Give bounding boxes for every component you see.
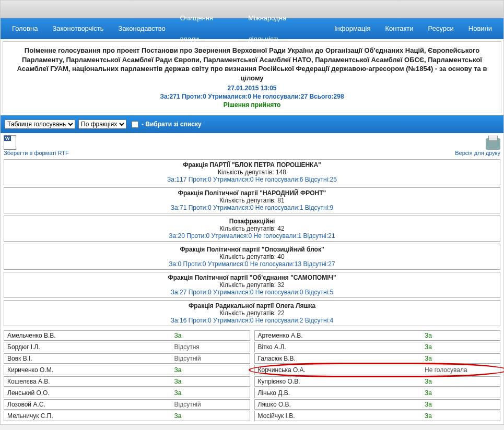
deputy-vote: За (421, 411, 500, 421)
deputy-name: Бордюг І.Л. (4, 342, 171, 352)
vote-summary-stats: За:271 Проти:0 Утрималися:0 Не голосувал… (10, 93, 494, 100)
fraction-block: ПозафракційніКількість депутатів: 42За:2… (4, 216, 500, 242)
deputy-vote: За (171, 331, 250, 340)
deputy-name: Амельченко В.В. (4, 331, 171, 340)
deputy-name: Кошелєва А.В. (4, 377, 171, 386)
deputy-vote: За (421, 331, 500, 340)
list-checkbox-label: - Вибрати зі списку (142, 121, 202, 128)
deputy-name: Мосійчук І.В. (255, 411, 422, 421)
deputy-vote: Відсутня (171, 342, 250, 352)
vote-datetime: 27.01.2015 13:05 (10, 85, 494, 92)
deputy-name: Лозовой А.С. (4, 400, 171, 409)
vote-row: Вітко А.Л.За (254, 342, 501, 352)
vote-row: Лінько Д.В.За (254, 388, 501, 398)
deputy-name: Вітко А.Л. (255, 342, 422, 352)
vote-row: Бордюг І.Л.Відсутня (4, 342, 250, 352)
export-row: Зберегти в форматі RTF Версія для друку (1, 133, 503, 157)
votes-grid: Амельченко В.В.ЗаБордюг І.Л.ВідсутняВовк… (1, 329, 503, 424)
nav-news[interactable]: Новини (461, 18, 499, 39)
fraction-block: Фракція Політичної партії "Опозиційний б… (4, 244, 500, 270)
deputy-name: Артеменко А.В. (255, 331, 422, 340)
fraction-count: Кількість депутатів: 22 (4, 309, 500, 317)
deputy-vote: За (421, 377, 500, 386)
fraction-stats-link[interactable]: За:16 Проти:0 Утрималися:0 Не голосували… (171, 317, 334, 324)
fraction-name: Фракція Радикальної партії Олега Ляшка (4, 302, 500, 309)
vote-row: Купрієнко О.В.За (254, 376, 501, 387)
fraction-block: Фракція Політичної партії "Об'єднання "С… (4, 272, 500, 298)
vote-title: Поіменне голосування про проект Постанов… (10, 46, 494, 82)
deputy-name: Кириченко О.М. (4, 365, 171, 375)
deputy-vote: За (421, 400, 500, 409)
vote-row: Вовк В.І.Відсутній (4, 353, 250, 364)
fraction-count: Кількість депутатів: 81 (4, 197, 500, 204)
print-link[interactable]: Версія для друку (455, 138, 500, 156)
save-rtf-link[interactable]: Зберегти в форматі RTF (4, 135, 69, 156)
printer-icon (486, 138, 500, 150)
fraction-count: Кількість депутатів: 40 (4, 253, 500, 260)
deputy-vote: Відсутній (171, 354, 250, 363)
deputy-vote: За (171, 365, 250, 375)
deputy-name: Мельничук С.П. (4, 411, 171, 421)
deputy-vote: Відсутній (171, 400, 250, 409)
vote-decision: Рішення прийнято (10, 101, 494, 109)
deputy-vote: За (421, 342, 500, 352)
fraction-count: Кількість депутатів: 148 (4, 169, 500, 176)
group-select[interactable]: По фракціях (78, 120, 126, 129)
nav-info[interactable]: Інформація (327, 18, 378, 39)
fraction-name: Фракція Політичної партії "Опозиційний б… (4, 246, 500, 253)
view-select[interactable]: Таблиця голосувань (5, 120, 75, 129)
word-icon (4, 135, 16, 150)
deputy-vote: За (171, 377, 250, 386)
deputy-name: Галасюк В.В. (255, 354, 422, 363)
fraction-stats-link[interactable]: За:20 Проти:0 Утрималися:0 Не голосували… (169, 232, 335, 240)
fraction-block: Фракція Політичної партії "НАРОДНИЙ ФРОН… (4, 187, 500, 213)
fraction-block: Фракція ПАРТІЇ "БЛОК ПЕТРА ПОРОШЕНКА"Кіл… (4, 159, 500, 185)
fraction-stats-link[interactable]: За:27 Проти:0 Утрималися:0 Не голосували… (171, 289, 334, 296)
vote-title-block: Поіменне голосування про проект Постанов… (3, 41, 501, 113)
fraction-name: Позафракційні (4, 218, 500, 225)
fraction-stats-link[interactable]: За:117 Проти:0 Утрималися:0 Не голосувал… (167, 176, 337, 183)
deputy-vote: За (421, 354, 500, 363)
main-nav: Головна Законотворчість Законодавство Оч… (1, 18, 503, 39)
fraction-stats-link[interactable]: За:71 Проти:0 Утрималися:0 Не голосували… (171, 204, 334, 211)
vote-row: Кошелєва А.В.За (4, 376, 250, 387)
deputy-name: Ляшко О.В. (255, 400, 422, 409)
vote-row: Кириченко О.М.За (4, 365, 250, 375)
vote-row: Амельченко В.В.За (4, 330, 250, 341)
deputy-vote: За (171, 388, 250, 398)
nav-legislation[interactable]: Законодавство (111, 18, 172, 39)
vote-row: Лозовой А.С.Відсутній (4, 399, 250, 410)
vote-row: Ленський О.О.За (4, 388, 250, 398)
fraction-stats-link[interactable]: За:0 Проти:0 Утрималися:0 Не голосували:… (169, 260, 335, 268)
fraction-block: Фракція Радикальної партії Олега ЛяшкаКі… (4, 300, 500, 326)
save-rtf-label: Зберегти в форматі RTF (4, 150, 69, 156)
deputy-name: Лінько Д.В. (255, 388, 422, 398)
deputy-name: Вовк В.І. (4, 354, 171, 363)
nav-home[interactable]: Головна (5, 18, 45, 39)
fractions-list: Фракція ПАРТІЇ "БЛОК ПЕТРА ПОРОШЕНКА"Кіл… (1, 159, 503, 329)
fraction-name: Фракція Політичної партії "Об'єднання "С… (4, 274, 500, 281)
vote-row: Галасюк В.В.За (254, 353, 501, 364)
fraction-count: Кількість депутатів: 42 (4, 225, 500, 232)
list-checkbox[interactable] (132, 121, 138, 128)
vote-row: Корчинська О.А.Не голосувала (254, 365, 501, 375)
deputy-name: Ленський О.О. (4, 388, 171, 398)
fraction-name: Фракція Політичної партії "НАРОДНИЙ ФРОН… (4, 189, 500, 197)
vote-row: Мосійчук І.В.За (254, 411, 501, 421)
nav-lustration[interactable]: Очищення влади (173, 8, 241, 50)
fraction-name: Фракція ПАРТІЇ "БЛОК ПЕТРА ПОРОШЕНКА" (4, 161, 500, 169)
print-label: Версія для друку (455, 150, 500, 156)
filter-bar: Таблиця голосувань По фракціях - Вибрати… (1, 115, 503, 133)
deputy-vote: За (171, 411, 250, 421)
deputy-name: Купрієнко О.В. (255, 377, 422, 386)
vote-row: Ляшко О.В.За (254, 399, 501, 410)
nav-resources[interactable]: Ресурси (421, 18, 461, 39)
deputy-name: Корчинська О.А. (255, 365, 422, 375)
nav-lawmaking[interactable]: Законотворчість (45, 18, 111, 39)
nav-international[interactable]: Міжнародна діяльність (241, 8, 327, 50)
vote-row: Мельничук С.П.За (4, 411, 250, 421)
nav-contacts[interactable]: Контакти (378, 18, 421, 39)
deputy-vote: Не голосувала (421, 365, 500, 375)
deputy-vote: За (421, 388, 500, 398)
fraction-count: Кількість депутатів: 32 (4, 281, 500, 289)
